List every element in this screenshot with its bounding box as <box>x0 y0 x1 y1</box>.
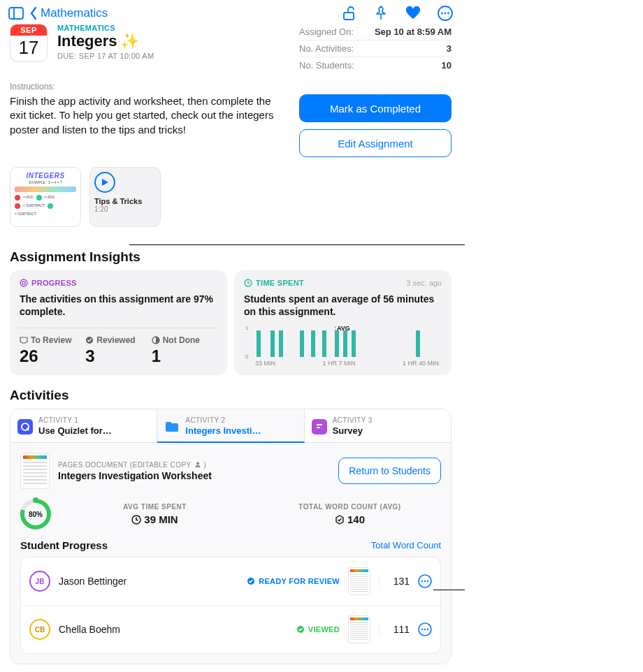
more-icon[interactable] <box>438 6 453 21</box>
svg-point-28 <box>424 629 426 630</box>
calendar-month: SEP <box>10 24 47 36</box>
reviewed-count: 3 <box>85 346 151 366</box>
time-text: Students spent an average of 56 minutes … <box>244 293 442 318</box>
progress-text: The activities on this assignment are 97… <box>20 293 217 318</box>
attachment-poster[interactable]: INTEGERS EXAMPLE · 3 × 4 = ? = ADD = ADD… <box>10 167 81 227</box>
student-row[interactable]: CB Chella Boehm VIEWED 111 <box>21 606 440 653</box>
instructions-text: Finish the app activity and worksheet, t… <box>10 94 289 157</box>
reviewed-label: Reviewed <box>96 335 135 345</box>
chart-bar <box>352 330 356 357</box>
svg-point-5 <box>445 13 447 15</box>
instructions-label: Instructions: <box>10 82 451 92</box>
target-icon <box>20 279 28 287</box>
clock-icon <box>244 279 252 287</box>
heart-icon[interactable] <box>405 6 421 21</box>
ring-percent: 80% <box>29 511 43 518</box>
student-value: 131 <box>379 576 410 587</box>
sidebar-toggle-icon[interactable] <box>8 6 24 21</box>
assignment-header: SEP 17 MATHEMATICS Integers ✨ DUE: SEP 1… <box>0 24 461 78</box>
top-nav: Mathematics <box>0 0 461 24</box>
chart-ymax: 1 <box>245 325 248 331</box>
chart-x2: 1 HR 7 MIN <box>322 360 355 367</box>
chart-ymin: 0 <box>245 353 248 360</box>
tab2-label: ACTIVITY 2 <box>185 416 298 424</box>
tab-activity-3[interactable]: ACTIVITY 3 Survey <box>305 409 451 443</box>
half-circle-icon <box>152 336 160 344</box>
back-button[interactable]: Mathematics <box>29 6 108 20</box>
progress-card[interactable]: PROGRESS The activities on this assignme… <box>10 270 227 375</box>
tab3-name: Survey <box>333 425 445 436</box>
check-circle-icon <box>85 336 94 344</box>
chart-bar <box>279 330 283 357</box>
to-review-count: 26 <box>20 346 85 366</box>
time-spent-card[interactable]: TIME SPENT 3 sec. ago Students spent an … <box>234 270 451 375</box>
doc-name: Integers Investigation Worksheet <box>58 470 212 481</box>
chart-bar <box>322 330 326 357</box>
calendar-chip: SEP 17 <box>10 24 48 61</box>
survey-icon <box>312 419 327 434</box>
student-status: VIEWED <box>308 625 340 634</box>
callout-line <box>129 244 465 245</box>
lock-open-icon[interactable] <box>341 6 356 21</box>
total-word-count-link[interactable]: Total Word Count <box>371 540 441 550</box>
row-more-icon[interactable] <box>418 574 432 588</box>
assignment-title: Integers ✨ <box>57 32 289 50</box>
subject-label: MATHEMATICS <box>57 24 289 32</box>
svg-point-4 <box>441 13 443 15</box>
inbox-icon <box>20 337 28 344</box>
time-tag: TIME SPENT <box>256 279 304 287</box>
callout-line-2 <box>433 590 465 590</box>
svg-point-29 <box>427 629 428 630</box>
play-icon <box>94 172 115 193</box>
mark-completed-button[interactable]: Mark as Completed <box>299 94 451 122</box>
activities-heading: Activities <box>10 388 451 403</box>
chart-x1: 33 MIN <box>255 360 275 367</box>
tab-activity-1[interactable]: ACTIVITY 1 Use Quizlet for… <box>10 409 157 443</box>
time-ago: 3 sec. ago <box>406 279 442 287</box>
svg-point-9 <box>22 282 25 284</box>
edit-assignment-button[interactable]: Edit Assignment <box>299 129 451 157</box>
svg-point-23 <box>424 580 426 582</box>
sparkle-icon: ✨ <box>120 32 139 50</box>
assigned-on-label: Assigned On: <box>299 27 354 37</box>
status-dot-icon <box>247 577 255 585</box>
chart-bar <box>257 330 261 357</box>
row-more-icon[interactable] <box>418 622 432 636</box>
chart-bar <box>311 330 315 357</box>
avatar: JB <box>29 571 50 592</box>
avatar: CB <box>29 619 50 640</box>
avg-time-label: AVG TIME SPENT <box>123 503 187 511</box>
submission-thumbnail[interactable] <box>348 615 370 643</box>
tab-activity-2[interactable]: ACTIVITY 2 Integers Investi… <box>157 409 304 443</box>
svg-rect-16 <box>317 427 320 428</box>
submission-thumbnail[interactable] <box>348 567 370 595</box>
return-to-students-button[interactable]: Return to Students <box>338 458 441 484</box>
word-count-value: 140 <box>347 513 365 525</box>
svg-point-6 <box>447 13 449 15</box>
chart-bar <box>270 330 275 357</box>
students-label: No. Students: <box>299 60 354 71</box>
tab1-label: ACTIVITY 1 <box>38 416 151 424</box>
activities-panel: ACTIVITY 1 Use Quizlet for… ACTIVITY 2 I… <box>10 409 451 664</box>
due-date: DUE: SEP 17 AT 10:00 AM <box>57 52 289 60</box>
attachment-audio[interactable]: Tips & Tricks 1:20 <box>89 167 161 227</box>
tab3-label: ACTIVITY 3 <box>333 416 445 424</box>
avg-time-value: 39 MIN <box>144 513 178 525</box>
student-row[interactable]: JB Jason Bettinger READY FOR REVIEW 131 <box>21 557 440 606</box>
svg-point-17 <box>196 462 199 465</box>
doc-type-label: PAGES DOCUMENT (EDITABLE COPY <box>58 461 192 469</box>
insights-heading: Assignment Insights <box>10 249 451 265</box>
poster-title: INTEGERS <box>15 172 76 180</box>
student-list: JB Jason Bettinger READY FOR REVIEW 131 … <box>20 557 441 654</box>
svg-point-24 <box>427 580 428 582</box>
document-thumbnail[interactable] <box>20 453 50 489</box>
quizlet-icon <box>17 419 33 434</box>
attachments: INTEGERS EXAMPLE · 3 × 4 = ? = ADD = ADD… <box>0 167 461 237</box>
student-name: Jason Bettinger <box>59 576 238 587</box>
student-status: READY FOR REVIEW <box>259 577 340 585</box>
pin-icon[interactable] <box>373 6 389 21</box>
progress-tag: PROGRESS <box>31 279 77 287</box>
activities-label: No. Activities: <box>299 43 354 54</box>
svg-point-22 <box>421 580 423 582</box>
progress-ring: 80% <box>20 499 51 529</box>
